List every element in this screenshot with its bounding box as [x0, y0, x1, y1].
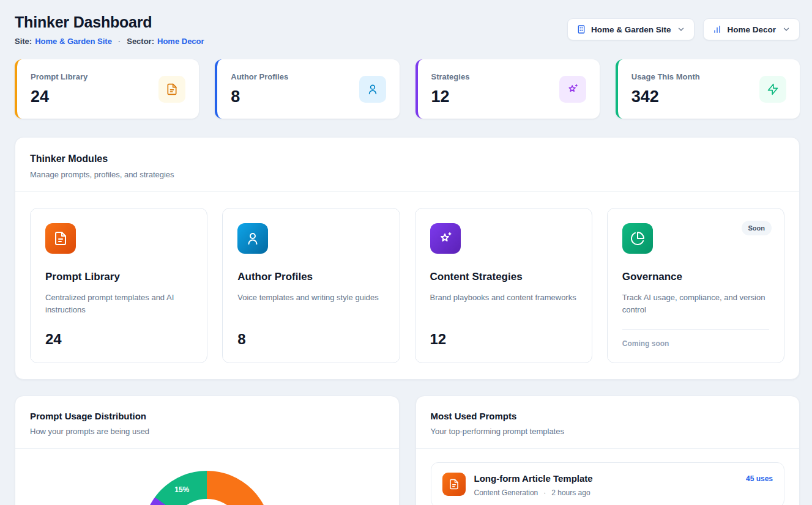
user-icon — [359, 76, 386, 103]
separator-dot: · — [543, 488, 546, 497]
panel-subtitle: Your top-performing prompt templates — [431, 427, 785, 436]
prompt-meta: Content Generation · 2 hours ago — [474, 488, 737, 497]
stat-text: Author Profiles 8 — [231, 70, 288, 108]
module-count: 12 — [430, 331, 577, 348]
prompt-uses-badge: 45 uses — [746, 473, 773, 483]
module-title: Author Profiles — [237, 271, 384, 283]
section-subtitle: Manage prompts, profiles, and strategies — [30, 170, 784, 179]
sector-label: Sector: — [127, 37, 154, 46]
thinker-modules-section: Thinker Modules Manage prompts, profiles… — [15, 137, 800, 380]
prompt-category: Content Generation — [474, 488, 538, 497]
page-title: Thinker Dashboard — [15, 13, 204, 31]
panel-subtitle: How your prompts are being used — [30, 427, 384, 436]
most-used-prompts-panel: Most Used Prompts Your top-performing pr… — [415, 396, 800, 505]
prompt-list-item[interactable]: Long-form Article Template Content Gener… — [431, 462, 785, 505]
panel-title: Prompt Usage Distribution — [30, 411, 384, 421]
stat-label: Strategies — [431, 72, 470, 81]
bar-chart-icon — [712, 24, 722, 34]
zap-icon — [759, 76, 786, 103]
module-count: 8 — [237, 331, 384, 348]
file-text-icon — [45, 223, 76, 254]
donut-slice-label: 15% — [174, 485, 189, 494]
module-count: 24 — [45, 331, 192, 348]
module-title: Content Strategies — [430, 271, 577, 283]
file-text-icon — [158, 76, 185, 103]
header-selectors: Home & Garden Site Home Decor — [567, 18, 800, 40]
stat-card-author-profiles: Author Profiles 8 — [215, 59, 399, 119]
module-description: Track AI usage, compliance, and version … — [622, 292, 769, 316]
module-title: Prompt Library — [45, 271, 192, 283]
file-text-icon — [442, 473, 466, 496]
stat-value: 8 — [231, 87, 288, 106]
stat-text: Strategies 12 — [431, 70, 470, 108]
stat-card-prompt-library: Prompt Library 24 — [15, 59, 199, 119]
coming-soon-note: Coming soon — [622, 329, 769, 348]
stat-value: 12 — [431, 87, 470, 106]
module-card-author-profiles[interactable]: Author Profiles Voice templates and writ… — [222, 208, 400, 363]
breadcrumb: Site: Home & Garden Site · Sector: Home … — [15, 37, 204, 46]
modules-header: Thinker Modules Manage prompts, profiles… — [15, 138, 799, 191]
stat-label: Author Profiles — [231, 72, 288, 81]
building-icon — [576, 24, 586, 34]
prompt-item-body: Long-form Article Template Content Gener… — [474, 473, 737, 497]
panel-title: Most Used Prompts — [431, 411, 785, 421]
chevron-down-icon — [677, 25, 685, 34]
site-selector[interactable]: Home & Garden Site — [567, 18, 695, 40]
separator-dot: · — [118, 37, 121, 46]
prompt-usage-panel: Prompt Usage Distribution How your promp… — [15, 396, 400, 505]
module-card-prompt-library[interactable]: Prompt Library Centralized prompt templa… — [30, 208, 207, 363]
site-label: Site: — [15, 37, 32, 46]
sector-selector-label: Home Decor — [727, 25, 776, 34]
header: Thinker Dashboard Site: Home & Garden Si… — [15, 13, 800, 46]
dashboard-page: Thinker Dashboard Site: Home & Garden Si… — [0, 0, 812, 505]
stat-value: 24 — [31, 87, 88, 106]
module-description: Voice templates and writing style guides — [237, 292, 384, 304]
sector-selector[interactable]: Home Decor — [703, 18, 800, 40]
section-title: Thinker Modules — [30, 153, 784, 164]
stat-text: Usage This Month 342 — [631, 70, 700, 108]
prompt-time: 2 hours ago — [551, 488, 590, 497]
star-sparkle-icon — [559, 76, 586, 103]
title-block: Thinker Dashboard Site: Home & Garden Si… — [15, 13, 204, 46]
stat-text: Prompt Library 24 — [31, 70, 88, 108]
usage-donut[interactable]: 15% — [143, 471, 271, 505]
bottom-row: Prompt Usage Distribution How your promp… — [15, 396, 800, 505]
stat-card-strategies: Strategies 12 — [415, 59, 600, 119]
module-title: Governance — [622, 271, 769, 283]
stats-row: Prompt Library 24 Author Profiles 8 Stra… — [15, 59, 800, 119]
star-sparkle-icon — [430, 223, 461, 254]
prompt-list: Long-form Article Template Content Gener… — [416, 449, 800, 505]
stat-label: Usage This Month — [631, 72, 700, 81]
prompt-title: Long-form Article Template — [474, 473, 737, 484]
panel-header: Most Used Prompts Your top-performing pr… — [416, 396, 800, 449]
soon-badge: Soon — [742, 221, 772, 235]
site-link[interactable]: Home & Garden Site — [35, 37, 112, 46]
user-icon — [237, 223, 268, 254]
module-description: Centralized prompt templates and AI inst… — [45, 292, 192, 316]
module-card-governance[interactable]: Soon Governance Track AI usage, complian… — [607, 208, 784, 363]
site-selector-label: Home & Garden Site — [591, 25, 671, 34]
modules-grid: Prompt Library Centralized prompt templa… — [15, 192, 799, 379]
chart-area: 15% — [15, 449, 399, 505]
pie-chart-icon — [622, 223, 653, 254]
module-card-content-strategies[interactable]: Content Strategies Brand playbooks and c… — [415, 208, 592, 363]
sector-link[interactable]: Home Decor — [157, 37, 204, 46]
panel-header: Prompt Usage Distribution How your promp… — [15, 396, 399, 449]
stat-value: 342 — [631, 87, 700, 106]
module-description: Brand playbooks and content frameworks — [430, 292, 577, 304]
stat-card-usage: Usage This Month 342 — [616, 59, 800, 119]
chevron-down-icon — [782, 25, 791, 34]
stat-label: Prompt Library — [31, 72, 88, 81]
